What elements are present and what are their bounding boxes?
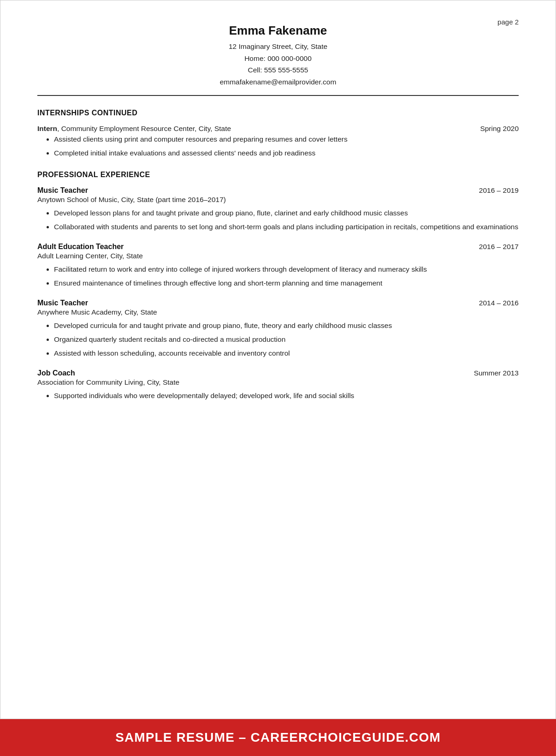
bullet-list-intern: Assisted clients using print and compute… [54,134,519,159]
list-item: Collaborated with students and parents t… [54,221,519,232]
bullet-list-adult-ed: Facilitated return to work and entry int… [54,264,519,289]
job-title-music-teacher-1: Music Teacher [37,186,88,195]
resume-page: page 2 Emma Fakename 12 Imaginary Street… [0,0,556,719]
job-date-intern: Spring 2020 [480,125,519,133]
list-item: Developed lesson plans for and taught pr… [54,208,519,219]
list-item: Assisted with lesson scheduling, account… [54,348,519,359]
job-block-music-teacher-1: Music Teacher 2016 – 2019 Anytown School… [37,186,519,232]
job-org-music-teacher-1: Anytown School of Music, City, State (pa… [37,196,519,204]
job-title-intern: Intern, Community Employment Resource Ce… [37,125,231,133]
list-item: Completed initial intake evaluations and… [54,148,519,159]
job-title-bold-intern: Intern [37,125,57,132]
job-title-adult-ed: Adult Education Teacher [37,243,124,251]
list-item: Organized quarterly student recitals and… [54,334,519,345]
job-title-music-teacher-2: Music Teacher [37,299,88,307]
job-title-job-coach: Job Coach [37,369,75,377]
bullet-list-music-teacher-2: Developed curricula for and taught priva… [54,320,519,359]
header-cell-phone: Cell: 555 555-5555 [37,64,519,76]
bullet-list-music-teacher-1: Developed lesson plans for and taught pr… [54,208,519,232]
job-header-music-teacher-1: Music Teacher 2016 – 2019 [37,186,519,195]
job-block-intern: Intern, Community Employment Resource Ce… [37,125,519,159]
bullet-list-job-coach: Supported individuals who were developme… [54,390,519,401]
list-item: Supported individuals who were developme… [54,390,519,401]
header-address: 12 Imaginary Street, City, State [37,41,519,53]
job-header-intern: Intern, Community Employment Resource Ce… [37,125,519,133]
job-org-music-teacher-2: Anywhere Music Academy, City, State [37,308,519,316]
job-date-music-teacher-1: 2016 – 2019 [479,186,519,195]
header-home-phone: Home: 000 000-0000 [37,53,519,65]
section-title-internships: INTERNSHIPS CONTINUED [37,109,519,117]
job-block-job-coach: Job Coach Summer 2013 Association for Co… [37,369,519,401]
footer-banner: SAMPLE RESUME – CAREERCHOICEGUIDE.COM [0,719,556,756]
job-org-job-coach: Association for Community Living, City, … [37,378,519,387]
job-title-rest-intern: , Community Employment Resource Center, … [57,125,231,132]
job-date-job-coach: Summer 2013 [474,369,519,377]
job-header-adult-ed: Adult Education Teacher 2016 – 2017 [37,243,519,251]
job-date-music-teacher-2: 2014 – 2016 [479,299,519,307]
job-header-music-teacher-2: Music Teacher 2014 – 2016 [37,299,519,307]
job-block-music-teacher-2: Music Teacher 2014 – 2016 Anywhere Music… [37,299,519,359]
header-section: Emma Fakename 12 Imaginary Street, City,… [37,24,519,96]
resume-wrapper: page 2 Emma Fakename 12 Imaginary Street… [0,0,556,756]
job-org-adult-ed: Adult Learning Center, City, State [37,252,519,260]
page-number: page 2 [497,18,519,26]
list-item: Developed curricula for and taught priva… [54,320,519,331]
header-name: Emma Fakename [37,24,519,38]
job-block-adult-ed: Adult Education Teacher 2016 – 2017 Adul… [37,243,519,289]
section-title-professional: PROFESSIONAL EXPERIENCE [37,171,519,179]
header-email: emmafakename@emailprovider.com [37,76,519,88]
list-item: Ensured maintenance of timelines through… [54,278,519,289]
job-date-adult-ed: 2016 – 2017 [479,243,519,251]
list-item: Assisted clients using print and compute… [54,134,519,145]
list-item: Facilitated return to work and entry int… [54,264,519,275]
footer-text: SAMPLE RESUME – CAREERCHOICEGUIDE.COM [115,730,441,745]
job-header-job-coach: Job Coach Summer 2013 [37,369,519,377]
